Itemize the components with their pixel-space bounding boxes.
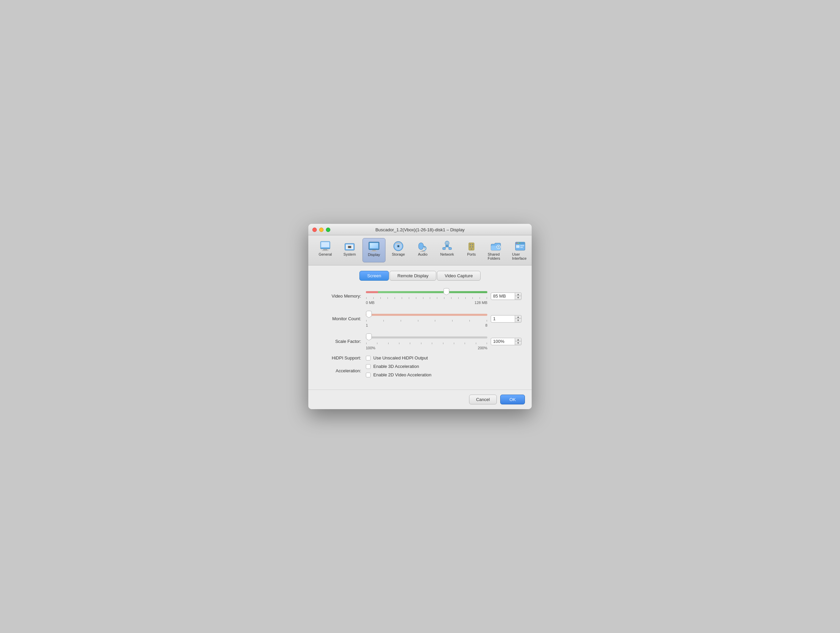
scale-factor-label: Scale Factor:: [319, 339, 366, 344]
titlebar: Buscador_1.2(Vbox)(1-26-18)-disk1 – Disp…: [308, 224, 532, 235]
mc-ticks: [366, 320, 487, 323]
svg-point-50: [519, 243, 521, 244]
cancel-button[interactable]: Cancel: [469, 395, 497, 405]
toolbar-item-storage[interactable]: Storage: [387, 238, 410, 262]
toolbar-item-system[interactable]: System: [338, 238, 361, 262]
svg-rect-16: [371, 251, 377, 252]
mc-minmax: 1 8: [366, 323, 487, 328]
monitor-count-spinner: ▲ ▼: [491, 315, 521, 323]
scale-factor-row: Scale Factor:: [319, 333, 521, 350]
scale-factor-slider-wrap: [366, 333, 487, 342]
system-icon: [344, 240, 356, 252]
scale-factor-decrement[interactable]: ▼: [515, 341, 521, 345]
sf-minmax: 100% 200%: [366, 346, 487, 350]
video-memory-slider-wrap: [366, 287, 487, 297]
sf-min: 100%: [366, 346, 375, 350]
hidpi-checkbox[interactable]: [366, 356, 371, 361]
settings-area: Video Memory:: [315, 287, 525, 377]
monitor-count-decrement[interactable]: ▼: [515, 318, 521, 322]
toolbar-item-audio[interactable]: Audio: [411, 238, 434, 262]
accel-2d-checkbox[interactable]: [366, 373, 371, 377]
svg-point-48: [516, 243, 517, 244]
svg-rect-39: [471, 249, 472, 250]
ok-button[interactable]: OK: [500, 395, 525, 405]
acceleration-row: Acceleration: Enable 3D Acceleration Ena…: [319, 364, 521, 377]
scale-factor-field[interactable]: [491, 338, 515, 345]
svg-line-29: [447, 247, 450, 247]
svg-rect-14: [370, 243, 378, 248]
video-memory-increment[interactable]: ▲: [515, 293, 521, 296]
monitor-count-slider-container: 1 8: [366, 310, 487, 328]
svg-rect-38: [472, 246, 473, 247]
toolbar: General System: [308, 235, 532, 265]
svg-rect-2: [321, 242, 329, 247]
scale-factor-thumb[interactable]: [366, 334, 372, 342]
toolbar-item-general[interactable]: General: [314, 238, 337, 262]
sf-max: 200%: [478, 346, 487, 350]
monitor-count-field[interactable]: [491, 315, 515, 323]
audio-icon: [417, 240, 429, 252]
svg-line-28: [444, 247, 447, 247]
toolbar-item-user-interface[interactable]: User Interface: [508, 238, 532, 262]
close-button[interactable]: [313, 228, 317, 232]
scale-factor-increment[interactable]: ▲: [515, 338, 521, 342]
minimize-button[interactable]: [319, 228, 324, 232]
video-memory-field[interactable]: [491, 293, 515, 300]
hidpi-row: HiDPI Support: Use Unscaled HiDPI Output: [319, 355, 521, 361]
video-memory-thumb[interactable]: [443, 288, 450, 296]
content-area: Screen Remote Display Video Capture Vide…: [308, 265, 532, 389]
scale-factor-spinner: ▲ ▼: [491, 338, 521, 345]
tab-remote-display[interactable]: Remote Display: [390, 271, 436, 281]
vm-min: 0 MB: [366, 301, 375, 305]
accel-2d-row: Enable 2D Video Acceleration: [366, 372, 431, 377]
tab-screen[interactable]: Screen: [359, 271, 389, 281]
general-icon: [319, 240, 332, 252]
svg-rect-3: [323, 249, 327, 250]
tab-video-capture[interactable]: Video Capture: [437, 271, 481, 281]
accel-3d-checkbox[interactable]: [366, 364, 371, 369]
vm-minmax: 0 MB 128 MB: [366, 301, 487, 305]
mc-max: 8: [485, 323, 487, 328]
main-window: Buscador_1.2(Vbox)(1-26-18)-disk1 – Disp…: [308, 224, 532, 409]
monitor-count-label: Monitor Count:: [319, 316, 366, 321]
sf-ticks: [366, 343, 487, 345]
video-memory-decrement[interactable]: ▼: [515, 296, 521, 299]
display-icon: [368, 241, 380, 253]
scale-factor-slider-container: 100% 200%: [366, 333, 487, 350]
monitor-count-track: [366, 314, 487, 316]
display-label: Display: [368, 253, 380, 257]
svg-point-49: [518, 243, 519, 244]
monitor-count-thumb[interactable]: [366, 311, 372, 319]
vm-track-red: [366, 291, 378, 293]
system-label: System: [344, 252, 356, 256]
svg-rect-46: [520, 245, 524, 246]
hidpi-checkbox-row: Use Unscaled HiDPI Output: [366, 355, 428, 361]
toolbar-item-ports[interactable]: Ports: [460, 238, 483, 262]
window-controls: [313, 228, 330, 232]
vm-max: 128 MB: [474, 301, 487, 305]
scale-factor-spinner-buttons: ▲ ▼: [515, 338, 521, 345]
footer: Cancel OK: [308, 389, 532, 409]
vm-ticks: [366, 297, 487, 300]
video-memory-spinner-buttons: ▲ ▼: [515, 293, 521, 300]
storage-icon: [392, 240, 404, 252]
monitor-count-increment[interactable]: ▲: [515, 315, 521, 319]
monitor-count-slider-wrap: [366, 310, 487, 320]
storage-label: Storage: [392, 252, 405, 256]
svg-rect-10: [348, 246, 351, 248]
acceleration-label: Acceleration:: [319, 368, 366, 373]
ports-icon: [465, 240, 478, 252]
svg-rect-47: [520, 247, 523, 248]
svg-rect-15: [372, 250, 376, 251]
vm-track-green: [378, 291, 487, 293]
svg-rect-36: [472, 244, 473, 245]
toolbar-item-network[interactable]: Network: [436, 238, 459, 262]
ports-label: Ports: [467, 252, 476, 256]
video-memory-slider-container: 0 MB 128 MB: [366, 287, 487, 305]
video-memory-track: [366, 291, 487, 293]
hidpi-checkbox-label: Use Unscaled HiDPI Output: [373, 355, 428, 361]
scale-factor-track: [366, 337, 487, 339]
toolbar-item-display[interactable]: Display: [362, 238, 385, 262]
toolbar-item-shared-folders[interactable]: Shared Folders: [484, 238, 507, 262]
maximize-button[interactable]: [326, 228, 330, 232]
